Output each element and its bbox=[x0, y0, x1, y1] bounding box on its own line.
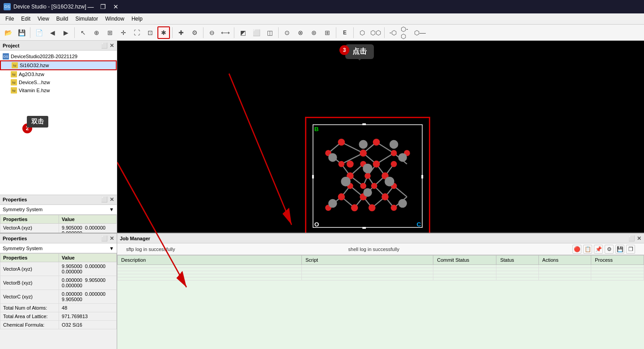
svg-point-48 bbox=[339, 161, 345, 167]
tb-fragment[interactable]: ⚙ bbox=[188, 26, 201, 39]
job-stop-btn[interactable]: 🔴 bbox=[572, 245, 581, 254]
svg-point-49 bbox=[391, 161, 397, 167]
tb-sep7 bbox=[336, 27, 336, 38]
tb-cell[interactable]: ◫ bbox=[263, 26, 276, 39]
tb-fwd[interactable]: ▶ bbox=[59, 26, 72, 39]
tb-add[interactable]: ✚ bbox=[175, 26, 187, 39]
tb-back[interactable]: ◀ bbox=[46, 26, 59, 39]
symmetry-dropdown-bottom[interactable]: Symmetry System ▼ bbox=[0, 243, 117, 253]
symmetry-chevron-bottom: ▼ bbox=[109, 246, 114, 251]
tb-sep6 bbox=[278, 27, 279, 38]
svg-text:C: C bbox=[416, 221, 421, 228]
job-copy2-btn[interactable]: ❐ bbox=[626, 245, 635, 254]
tree-file-si16o32[interactable]: hz Si16O32.hzw bbox=[0, 60, 117, 70]
svg-point-67 bbox=[328, 153, 337, 162]
job-save-btn[interactable]: 💾 bbox=[615, 245, 624, 254]
job-copy-btn[interactable]: 📋 bbox=[583, 245, 592, 254]
svg-rect-75 bbox=[312, 175, 314, 179]
symmetry-dropdown[interactable]: Symmetry System ▼ bbox=[0, 205, 117, 215]
tb-select[interactable]: ↖ bbox=[77, 26, 89, 39]
tb-rotate[interactable]: ⊕ bbox=[90, 26, 103, 39]
menu-bar: File Edit View Build Simulator Window He… bbox=[0, 13, 644, 25]
svg-point-65 bbox=[359, 140, 368, 149]
prop-cell-name-5: Chemical Formula: bbox=[0, 321, 59, 329]
restore-button[interactable]: ❐ bbox=[99, 2, 108, 11]
tb-lasso[interactable]: ⊖ bbox=[206, 26, 218, 39]
job-col-status: Status bbox=[496, 255, 538, 265]
job-close-icon[interactable]: ✕ bbox=[637, 235, 641, 242]
tb-bond2[interactable]: ⬡-⬡ bbox=[400, 26, 413, 39]
svg-point-43 bbox=[391, 150, 397, 156]
project-panel: Project ⬜ ✕ DS DeviceStudio2022B-2022112… bbox=[0, 41, 117, 195]
menu-simulator[interactable]: Simulator bbox=[72, 13, 102, 24]
tree-file-ag2o3[interactable]: hz Ag2O3.hzw bbox=[0, 70, 117, 78]
prop-cell-value-3: 48 bbox=[59, 304, 117, 312]
tb-atom1[interactable]: ⬡ bbox=[356, 26, 369, 39]
prop-close-icon[interactable]: ✕ bbox=[110, 196, 114, 203]
tree-root: DS DeviceStudio2022B-20221129 bbox=[0, 52, 117, 60]
job-pin-btn[interactable]: 📌 bbox=[594, 245, 603, 254]
tb-build6[interactable]: ⊞ bbox=[321, 26, 334, 39]
svg-point-63 bbox=[369, 204, 376, 212]
tb-e[interactable]: E bbox=[339, 26, 351, 39]
menu-edit[interactable]: Edit bbox=[17, 13, 34, 24]
prop-b-restore[interactable]: ⬜ bbox=[101, 235, 108, 242]
tb-zoom-fit[interactable]: ⊞ bbox=[104, 26, 116, 39]
tb-build3[interactable]: ⊙ bbox=[281, 26, 293, 39]
prop-restore-icon[interactable]: ⬜ bbox=[101, 196, 108, 203]
prop-cell-value-4: 971.769813 bbox=[59, 312, 117, 321]
prop-cell-value-0: 9.905000 0.000000 0.000000 bbox=[59, 262, 117, 276]
tb-save[interactable]: 💾 bbox=[15, 26, 28, 39]
project-restore-icon[interactable]: ⬜ bbox=[101, 43, 108, 49]
tb-build-mode[interactable]: ⊡ bbox=[144, 26, 157, 39]
job-empty-row-2 bbox=[118, 268, 644, 271]
tb-measure[interactable]: ⟷ bbox=[219, 26, 232, 39]
toolbar: 📂 💾 📄 ◀ ▶ ↖ ⊕ ⊞ ✛ ⛶ ⊡ ✱ ✚ ⚙ ⊖ ⟷ ◩ ⬜ ◫ ⊙ … bbox=[0, 25, 644, 41]
job-gear-btn[interactable]: ⚙ bbox=[605, 245, 614, 254]
prop-b-col1: Properties bbox=[0, 254, 59, 262]
job-manager-panel: Job Manager ⬜ ✕ sftp log in successfully… bbox=[117, 234, 644, 349]
shell-status: shell log in successfully bbox=[348, 247, 399, 252]
prop-cell-value-1: 0.000000 9.905000 0.000000 bbox=[59, 276, 117, 290]
tb-fullscreen[interactable]: ⛶ bbox=[131, 26, 143, 39]
tree-file-vitamine[interactable]: hz Vitamin E.hzw bbox=[0, 86, 117, 94]
project-close-icon[interactable]: ✕ bbox=[110, 43, 114, 49]
symmetry-label-bottom: Symmetry System bbox=[3, 246, 42, 251]
project-header-icons: ⬜ ✕ bbox=[101, 43, 114, 49]
file-icon-si16o32: hz bbox=[12, 62, 18, 68]
tb-bond-active[interactable]: ✱ bbox=[157, 26, 170, 39]
tb-new[interactable]: 📄 bbox=[33, 26, 45, 39]
menu-build[interactable]: Build bbox=[53, 13, 72, 24]
prop-cell-name-3: Total Num of Atoms: bbox=[0, 304, 59, 312]
svg-point-71 bbox=[385, 177, 394, 187]
job-col-actions: Actions bbox=[538, 255, 591, 265]
prop-b-close[interactable]: ✕ bbox=[110, 235, 114, 242]
svg-point-66 bbox=[390, 140, 398, 149]
menu-window[interactable]: Window bbox=[102, 13, 128, 24]
svg-point-62 bbox=[351, 204, 358, 212]
tb-bond1[interactable]: -⬡ bbox=[387, 26, 399, 39]
tb-bond3[interactable]: ⬡— bbox=[414, 26, 426, 39]
tree-file-si16o32-label: Si16O32.hzw bbox=[20, 63, 49, 68]
tb-lattice[interactable]: ⬜ bbox=[250, 26, 263, 39]
job-restore-icon[interactable]: ⬜ bbox=[628, 235, 635, 242]
menu-file[interactable]: File bbox=[2, 13, 17, 24]
close-button[interactable]: ✕ bbox=[111, 2, 120, 11]
tb-open[interactable]: 📂 bbox=[2, 26, 14, 39]
tb-build5[interactable]: ⊛ bbox=[308, 26, 320, 39]
job-col-desc: Description bbox=[118, 255, 302, 265]
properties-panel-header: Properties ⬜ ✕ bbox=[0, 195, 117, 205]
tb-sym[interactable]: ◩ bbox=[237, 26, 249, 39]
svg-point-55 bbox=[371, 183, 377, 189]
tree-file-devices[interactable]: hz DeviceS...hzw bbox=[0, 78, 117, 86]
job-status-bar: sftp log in successfully shell log in su… bbox=[117, 243, 644, 255]
minimize-button[interactable]: — bbox=[86, 2, 95, 11]
tb-atom2[interactable]: ⬡⬡ bbox=[369, 26, 382, 39]
menu-view[interactable]: View bbox=[34, 13, 53, 24]
menu-help[interactable]: Help bbox=[128, 13, 146, 24]
project-panel-header: Project ⬜ ✕ bbox=[0, 41, 117, 51]
svg-point-54 bbox=[360, 183, 366, 189]
prop-row-1: VectorB (xyz)0.000000 9.905000 0.000000 bbox=[0, 276, 117, 290]
tb-build4[interactable]: ⊗ bbox=[294, 26, 307, 39]
tb-translate[interactable]: ✛ bbox=[117, 26, 130, 39]
